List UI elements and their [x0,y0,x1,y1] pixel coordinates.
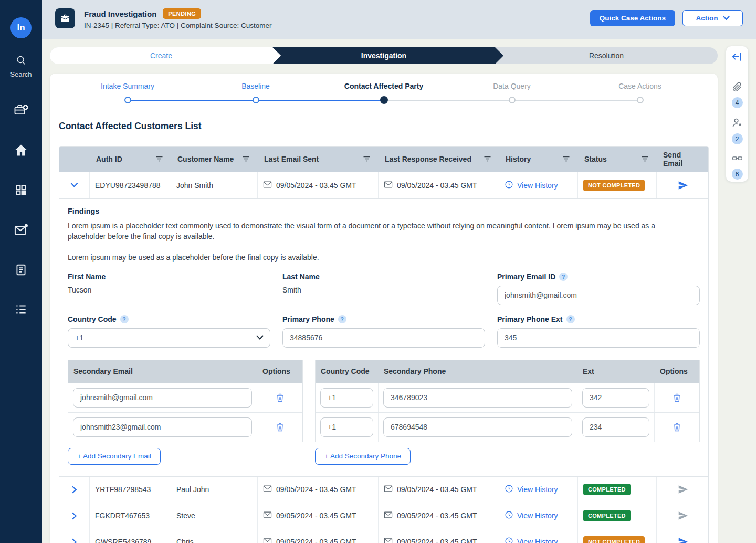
header-last-email-sent: Last Email Sent [258,147,379,172]
filter-icon[interactable] [563,155,570,163]
expand-row-button[interactable] [69,511,79,521]
secondary-phone-row [316,412,699,442]
collapse-panel-button[interactable] [731,51,743,64]
secondary-email-row [68,383,302,412]
expand-row-button[interactable] [69,537,79,543]
trash-icon [275,422,286,433]
link-icon [732,153,743,166]
quick-case-actions-button[interactable]: Quick Case Actions [590,10,675,26]
help-icon[interactable] [559,273,568,281]
view-history-link[interactable]: View History [505,537,558,543]
step-baseline[interactable]: Baseline [198,82,313,103]
attachments-rail-item[interactable]: 4 [732,81,743,108]
action-dropdown-button[interactable]: Action [682,10,743,26]
case-header: Fraud Investigation PENDING IN-2345 | Re… [42,0,756,39]
findings-paragraph: Lorem ipsum is a placeholder text common… [68,221,679,242]
investigation-card: Intake Summary Baseline Contact Affected… [50,74,718,543]
apps-grid-icon [14,183,28,199]
view-history-link[interactable]: View History [505,484,558,495]
collapse-row-button[interactable] [69,180,79,190]
table-header-row: Auth ID Customer Name Last Email Sent La… [59,147,708,172]
country-code-input[interactable] [320,388,373,408]
filter-icon[interactable] [363,155,370,163]
delete-secondary-phone-button[interactable] [671,392,682,403]
affected-customers-table: Auth ID Customer Name Last Email Sent La… [59,146,709,543]
links-rail-item[interactable]: 6 [732,153,743,180]
tab-investigation[interactable]: Investigation [272,47,503,64]
sidebar-item-search[interactable]: Search [10,54,32,78]
trash-icon [275,392,286,403]
country-code-select[interactable] [68,328,270,348]
filter-icon[interactable] [484,155,491,163]
send-email-button[interactable] [677,484,689,495]
primary-phone-field: Primary Phone [282,315,485,348]
status-badge: NOT COMPLETED [583,180,645,191]
secondary-phone-input[interactable] [383,388,572,408]
sidebar-item-new-case[interactable] [13,102,29,119]
view-history-link[interactable]: View History [505,180,558,191]
add-secondary-email-button[interactable]: + Add Secondary Email [68,448,161,465]
primary-phone-ext-input[interactable] [497,328,700,348]
secondary-phone-input[interactable] [383,417,572,437]
sidebar-item-mail[interactable] [14,223,28,239]
header-status: Status [578,147,657,172]
ext-input[interactable] [582,388,649,408]
last-name-value: Smith [282,286,485,294]
primary-email-input[interactable] [497,286,700,305]
primary-phone-input[interactable] [282,328,485,348]
chevron-down-icon [723,14,730,22]
country-code-input[interactable] [320,417,373,437]
section-title: Contact Affected Customers List [59,121,709,139]
search-icon [15,54,27,68]
sidebar-item-tasks[interactable] [14,303,28,318]
delete-secondary-email-button[interactable] [275,422,286,433]
help-icon[interactable] [566,315,575,323]
step-contact-affected-party[interactable]: Contact Affected Party [326,82,442,104]
sidebar-item-apps[interactable] [14,183,28,199]
table-row: FGKDRT467653 Steve 09/05/2024 - 03.45 GM… [59,503,708,529]
first-name-field: First Name Tucson [68,273,270,305]
people-count-badge: 2 [732,133,743,144]
primary-email-field: Primary Email ID [497,273,700,305]
step-intake-summary[interactable]: Intake Summary [70,82,185,103]
envelope-icon [263,511,272,520]
step-case-actions[interactable]: Case Actions [582,82,698,103]
step-data-query[interactable]: Data Query [454,82,570,103]
last-response-received-cell: 09/05/2024 - 03.45 GMT [379,529,499,543]
header-expand-column [59,147,90,172]
sidebar-item-home[interactable] [14,143,28,159]
send-email-button[interactable] [677,180,689,191]
table-row: GWSRE5436789 Chris 09/05/2024 - 03.45 GM… [59,529,708,543]
secondary-email-input[interactable] [73,417,252,437]
delete-secondary-email-button[interactable] [275,392,286,403]
add-secondary-phone-button[interactable]: + Add Secondary Phone [315,448,411,465]
tab-resolution[interactable]: Resolution [495,47,718,64]
secondary-phone-row [316,383,699,412]
tab-create[interactable]: Create [50,47,281,64]
ext-input[interactable] [582,417,649,437]
first-name-value: Tucson [68,286,270,294]
sidebar-item-documents[interactable] [14,263,28,279]
customer-name-cell: Chris [171,529,258,543]
filter-icon[interactable] [642,155,648,163]
secondary-phone-header: Country Code Secondary Phone Ext Options [316,360,699,383]
help-icon[interactable] [120,315,129,323]
expand-row-button[interactable] [69,485,79,495]
trash-icon [671,422,682,433]
auth-id-cell: YRTF987298543 [90,477,171,503]
filter-icon[interactable] [156,155,163,163]
secondary-email-input[interactable] [73,388,252,408]
help-icon[interactable] [338,315,346,323]
filter-icon[interactable] [243,155,249,163]
send-email-button[interactable] [677,536,689,543]
envelope-icon [263,485,272,494]
customer-name-cell: John Smith [171,172,258,198]
send-email-button[interactable] [677,510,689,521]
header-customer-name: Customer Name [171,147,258,172]
people-rail-item[interactable]: 2 [731,117,743,144]
delete-secondary-phone-button[interactable] [671,422,682,433]
last-email-sent-cell: 09/05/2024 - 03.45 GMT [258,477,379,503]
view-history-link[interactable]: View History [505,510,558,521]
status-badge: COMPLETED [583,510,631,521]
step-dot [124,97,131,103]
